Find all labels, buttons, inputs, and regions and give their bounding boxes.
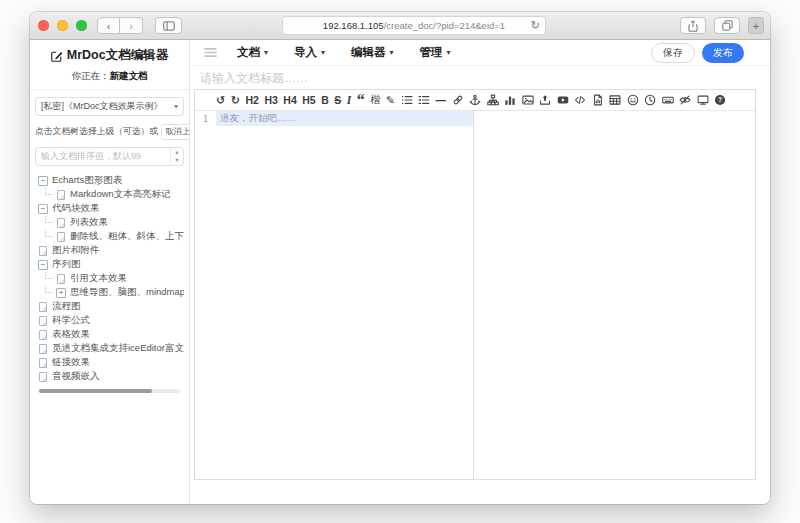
tree-item[interactable]: 删除线、粗体、斜体、上下标	[35, 230, 184, 244]
sort-order-input[interactable]	[36, 151, 170, 161]
watch-icon[interactable]	[679, 94, 691, 106]
horizontal-rule-icon[interactable]: —	[436, 94, 447, 106]
stepper-down-icon[interactable]: ▼	[171, 156, 183, 165]
tree-item[interactable]: 列表效果	[35, 216, 184, 230]
anchor-icon[interactable]	[469, 94, 481, 106]
tab-overview-icon[interactable]	[714, 17, 740, 34]
expand-icon[interactable]: +	[56, 288, 66, 298]
tree-item-label[interactable]: 删除线、粗体、斜体、上下标	[70, 230, 184, 243]
zoom-window-button[interactable]	[76, 20, 87, 31]
strikethrough-icon[interactable]: S	[334, 94, 341, 106]
tree-item-label[interactable]: 列表效果	[70, 216, 108, 229]
menu-toggle-icon[interactable]	[204, 47, 217, 58]
tree-item[interactable]: 链接效果	[35, 356, 184, 370]
chevron-down-icon: ▾	[321, 48, 325, 57]
tree-item-label[interactable]: 音视频嵌入	[52, 370, 100, 383]
project-select[interactable]: [私密]《MrDoc文档效果示例》 ▾	[35, 97, 184, 116]
tree-item[interactable]: +思维导图、脑图、mindmap	[35, 286, 184, 300]
table-icon[interactable]	[609, 94, 621, 106]
tree-item-label[interactable]: Markdown文本高亮标记	[70, 188, 171, 201]
save-button[interactable]: 保存	[651, 43, 695, 63]
heading3-icon[interactable]: H3	[264, 94, 277, 106]
heading2-icon[interactable]: H2	[245, 94, 258, 106]
tree-item-label[interactable]: 序列图	[52, 258, 81, 271]
active-line[interactable]: 道友，开始吧……	[216, 111, 473, 126]
forward-button[interactable]: ›	[120, 17, 143, 34]
sidebar-toggle-icon[interactable]	[155, 17, 182, 34]
tree-item[interactable]: 觅道文档集成支持iceEditor富文本编辑器	[35, 342, 184, 356]
edit-pane[interactable]: 道友，开始吧……	[216, 111, 474, 479]
collapse-icon[interactable]: −	[38, 260, 48, 270]
menu-import[interactable]: 导入 ▾	[294, 45, 325, 60]
help-icon[interactable]: ?	[714, 94, 726, 106]
code-icon[interactable]	[574, 94, 586, 106]
highlight-pen-icon[interactable]: ✎	[386, 94, 395, 106]
chart-icon[interactable]	[504, 94, 516, 106]
tree-item-label[interactable]: 链接效果	[52, 356, 90, 369]
tree-item[interactable]: 流程图	[35, 300, 184, 314]
doc-title-input[interactable]	[200, 71, 760, 85]
attachment-file-icon[interactable]	[592, 94, 604, 106]
sitemap-icon[interactable]	[487, 94, 499, 106]
publish-button[interactable]: 发布	[702, 43, 744, 63]
image-icon[interactable]	[522, 94, 534, 106]
share-icon[interactable]	[680, 17, 706, 34]
emoji-icon[interactable]	[627, 94, 639, 106]
menu-document[interactable]: 文档 ▾	[237, 45, 268, 60]
editor-menubar: 文档 ▾ 导入 ▾ 编辑器 ▾ 管理 ▾ 保存 发布	[190, 40, 770, 66]
collapse-icon[interactable]: −	[38, 176, 48, 186]
upload-icon[interactable]	[539, 94, 551, 106]
unordered-list-icon[interactable]	[401, 94, 413, 106]
tree-item[interactable]: Markdown文本高亮标记	[35, 188, 184, 202]
address-bar[interactable]: 192.168.1.105/create_doc/?pid=214&eid=1 …	[282, 16, 546, 35]
tree-item-label[interactable]: 流程图	[52, 300, 81, 313]
close-window-button[interactable]	[38, 20, 49, 31]
video-icon[interactable]	[557, 94, 569, 106]
tree-item-label[interactable]: Echarts图形图表	[52, 174, 122, 187]
tree-item-label[interactable]: 表格效果	[52, 328, 90, 341]
tree-scrollbar-thumb[interactable]	[39, 389, 152, 393]
preview-icon[interactable]	[697, 94, 709, 106]
tree-item-label[interactable]: 觅道文档集成支持iceEditor富文本编辑器	[52, 342, 184, 355]
menu-manage[interactable]: 管理 ▾	[420, 45, 451, 60]
tree-item[interactable]: 表格效果	[35, 328, 184, 342]
datetime-icon[interactable]	[644, 94, 656, 106]
minimize-window-button[interactable]	[57, 20, 68, 31]
tree-item[interactable]: −代码块效果	[35, 202, 184, 216]
tree-item[interactable]: 图片和附件	[35, 244, 184, 258]
quote-icon[interactable]: “	[357, 95, 365, 105]
menu-editor[interactable]: 编辑器 ▾	[351, 45, 394, 60]
line-number: 1	[203, 114, 208, 124]
back-button[interactable]: ‹	[97, 17, 120, 34]
heading5-icon[interactable]: H5	[302, 94, 315, 106]
font-format-icon[interactable]: 楷	[370, 94, 380, 106]
stepper-up-icon[interactable]: ▲	[171, 148, 183, 157]
tree-item[interactable]: 科学公式	[35, 314, 184, 328]
document-icon	[57, 218, 65, 228]
tree-scrollbar[interactable]	[39, 389, 180, 393]
new-tab-icon[interactable]: +	[748, 17, 764, 34]
italic-icon[interactable]: I	[347, 94, 351, 106]
tree-item[interactable]: −Echarts图形图表	[35, 174, 184, 188]
tree-item[interactable]: −序列图	[35, 258, 184, 272]
tree-item[interactable]: 引用文本效果	[35, 272, 184, 286]
undo-icon[interactable]: ↺	[216, 94, 225, 106]
tree-item-label[interactable]: 科学公式	[52, 314, 90, 327]
ordered-list-icon[interactable]	[418, 94, 430, 106]
tree-item-label[interactable]: 图片和附件	[52, 244, 100, 257]
sort-order-field: ▲ ▼	[35, 147, 184, 166]
cancel-parent-button[interactable]: 取消上级	[161, 124, 190, 140]
collapse-icon[interactable]: −	[38, 204, 48, 214]
tree-item-label[interactable]: 思维导图、脑图、mindmap	[70, 286, 184, 299]
heading4-icon[interactable]: H4	[283, 94, 296, 106]
redo-icon[interactable]: ↻	[231, 94, 240, 106]
number-stepper[interactable]: ▲ ▼	[170, 148, 183, 165]
html-entities-icon[interactable]	[662, 94, 674, 106]
tree-item[interactable]: 音视频嵌入	[35, 370, 184, 384]
bold-icon[interactable]: B	[321, 94, 329, 106]
reload-icon[interactable]: ↻	[531, 19, 540, 32]
tree-item-label[interactable]: 代码块效果	[52, 202, 100, 215]
link-icon[interactable]	[452, 94, 464, 106]
tree-item-label[interactable]: 引用文本效果	[70, 272, 127, 285]
document-icon	[39, 344, 47, 354]
